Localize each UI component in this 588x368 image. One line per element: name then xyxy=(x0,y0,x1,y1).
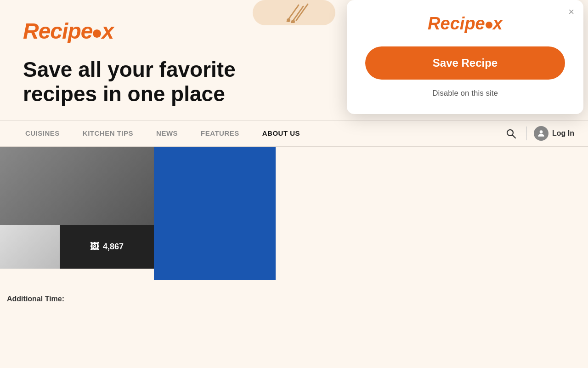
nav-divider xyxy=(526,126,527,140)
image-column: 🖼 4,867 Additional Time: xyxy=(0,147,154,308)
login-button[interactable]: Log In xyxy=(534,126,574,141)
nav-items: CUISINES KITCHEN TIPS NEWS FEATURES ABOU… xyxy=(14,129,502,137)
popup-logo-text-recipe: Recipe xyxy=(428,14,485,33)
nav-item-about-us[interactable]: ABOUT US xyxy=(251,129,311,137)
tagline-line1: Save all your favorite xyxy=(23,58,262,82)
login-label: Log In xyxy=(552,129,574,138)
tagline-line2: recipes in one place xyxy=(23,82,262,106)
images-row: 🖼 4,867 xyxy=(0,225,154,269)
photo-count-number: 4,867 xyxy=(103,242,124,252)
logo-dot xyxy=(93,29,101,38)
nav-right: Log In xyxy=(502,125,574,142)
photo-icon: 🖼 xyxy=(90,242,99,252)
navbar: CUISINES KITCHEN TIPS NEWS FEATURES ABOU… xyxy=(0,120,588,147)
nav-item-cuisines[interactable]: CUISINES xyxy=(14,129,71,137)
small-image-right: 🖼 4,867 xyxy=(60,225,154,269)
popup-close-button[interactable]: × xyxy=(568,7,574,17)
tagline: Save all your favorite recipes in one pl… xyxy=(23,58,262,106)
user-icon xyxy=(537,129,546,138)
nav-item-news[interactable]: NEWS xyxy=(145,129,189,137)
popup-logo-text-x: x xyxy=(493,14,503,33)
popup-logo: Recipex xyxy=(365,14,565,34)
additional-time: Additional Time: xyxy=(0,290,154,308)
logo-text-x: x xyxy=(102,19,113,43)
save-recipe-button[interactable]: Save Recipe xyxy=(365,46,565,80)
additional-time-label: Additional Time: xyxy=(7,295,64,303)
content-area: 🖼 4,867 Additional Time: xyxy=(0,147,588,308)
logo-text-recipe: Recipe xyxy=(23,19,92,43)
logo-text: Recipex xyxy=(23,18,113,44)
search-icon xyxy=(505,128,516,139)
disable-site-link[interactable]: Disable on this site xyxy=(365,89,565,98)
blue-content-area xyxy=(154,147,276,280)
svg-line-1 xyxy=(513,135,516,138)
photo-count: 🖼 4,867 xyxy=(90,242,124,252)
nav-item-kitchen-tips[interactable]: KITCHEN TIPS xyxy=(71,129,145,137)
popup-card: × Recipex Save Recipe Disable on this si… xyxy=(347,0,583,114)
search-button[interactable] xyxy=(502,125,520,142)
svg-point-2 xyxy=(540,130,543,133)
small-image-left xyxy=(0,225,60,269)
popup-logo-dot xyxy=(486,22,492,29)
user-avatar-icon xyxy=(534,126,548,141)
main-image xyxy=(0,147,154,225)
nav-item-features[interactable]: FEATURES xyxy=(189,129,251,137)
